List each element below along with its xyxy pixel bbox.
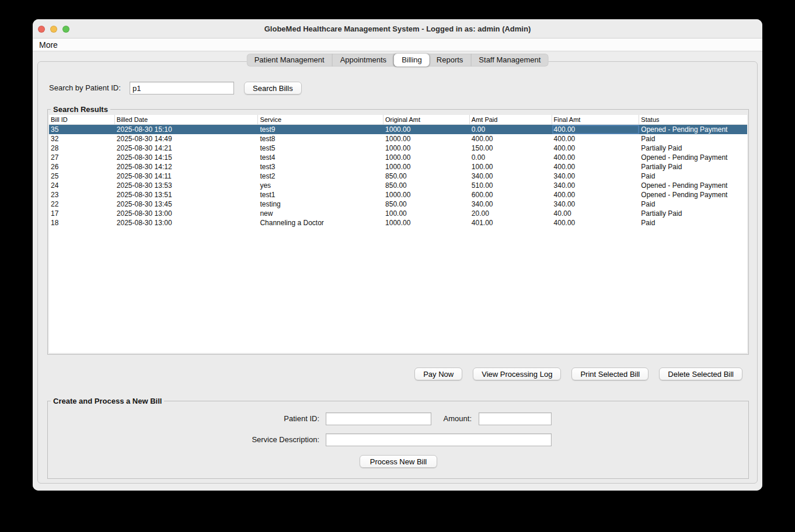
tab-patient-management[interactable]: Patient Management — [247, 54, 333, 66]
table-cell[interactable]: 850.00 — [383, 172, 470, 181]
table-cell[interactable]: 400.00 — [552, 134, 640, 144]
table-cell[interactable]: 32 — [49, 134, 115, 144]
table-cell[interactable]: 2025-08-30 13:51 — [115, 190, 259, 200]
table-cell[interactable]: 340.00 — [552, 172, 640, 181]
table-cell[interactable]: testing — [258, 200, 383, 209]
table-cell[interactable]: test4 — [258, 153, 383, 162]
table-cell[interactable]: test8 — [258, 134, 383, 144]
bills-table[interactable]: Bill IDBilled DateServiceOriginal AmtAmt… — [49, 115, 747, 353]
table-cell[interactable]: 100.00 — [470, 162, 552, 172]
table-cell[interactable]: Opened - Pending Payment — [639, 153, 747, 162]
table-cell[interactable]: test3 — [258, 162, 383, 172]
table-cell[interactable]: 600.00 — [470, 190, 552, 200]
table-row[interactable]: 222025-08-30 13:45testing850.00340.00340… — [49, 200, 747, 209]
table-cell[interactable]: 2025-08-30 13:45 — [115, 200, 259, 209]
table-row[interactable]: 232025-08-30 13:51test11000.00600.00400.… — [49, 190, 747, 200]
table-cell[interactable]: 1000.00 — [383, 190, 470, 200]
table-cell[interactable]: 400.00 — [552, 190, 640, 200]
table-cell[interactable]: 400.00 — [552, 153, 640, 162]
table-cell[interactable]: Partially Paid — [639, 209, 747, 218]
table-cell[interactable]: 340.00 — [470, 200, 552, 209]
table-cell[interactable]: 400.00 — [552, 218, 640, 228]
table-cell[interactable]: 2025-08-30 14:49 — [115, 134, 259, 144]
table-cell[interactable]: 510.00 — [470, 181, 552, 190]
table-row[interactable]: 322025-08-30 14:49test81000.00400.00400.… — [49, 134, 747, 144]
table-cell[interactable]: 24 — [49, 181, 115, 190]
table-row[interactable]: 282025-08-30 14:21test51000.00150.00400.… — [49, 144, 747, 153]
column-header-billed-date[interactable]: Billed Date — [115, 115, 259, 124]
table-cell[interactable]: 2025-08-30 14:21 — [115, 144, 259, 153]
search-bills-button[interactable]: Search Bills — [244, 82, 302, 94]
table-cell[interactable]: 23 — [49, 190, 115, 200]
table-cell[interactable]: 340.00 — [552, 181, 640, 190]
table-cell[interactable]: 1000.00 — [383, 144, 470, 153]
table-cell[interactable]: 25 — [49, 172, 115, 181]
table-row[interactable]: 352025-08-30 15:10test91000.000.00400.00… — [49, 125, 747, 134]
menu-item-more[interactable]: More — [33, 40, 58, 50]
table-cell[interactable]: 400.00 — [470, 134, 552, 144]
table-cell[interactable]: 2025-08-30 14:12 — [115, 162, 259, 172]
table-cell[interactable]: 1000.00 — [383, 218, 470, 228]
process-new-bill-button[interactable]: Process New Bill — [360, 455, 437, 468]
table-cell[interactable]: 26 — [49, 162, 115, 172]
table-cell[interactable]: 2025-08-30 13:00 — [115, 209, 259, 218]
table-cell[interactable]: 850.00 — [383, 181, 470, 190]
view-processing-log-button[interactable]: View Processing Log — [473, 368, 561, 380]
table-cell[interactable]: 2025-08-30 14:15 — [115, 153, 259, 162]
table-cell[interactable]: 1000.00 — [383, 153, 470, 162]
table-cell[interactable]: 0.00 — [470, 153, 552, 162]
table-cell[interactable]: 2025-08-30 13:00 — [115, 218, 259, 228]
search-patient-id-input[interactable] — [130, 82, 234, 94]
delete-selected-bill-button[interactable]: Delete Selected Bill — [659, 368, 742, 380]
table-cell[interactable]: Paid — [639, 134, 747, 144]
table-row[interactable]: 172025-08-30 13:00new100.0020.0040.00Par… — [49, 209, 747, 218]
zoom-button[interactable] — [62, 26, 69, 33]
table-cell[interactable]: Channeling a Doctor — [258, 218, 383, 228]
table-cell[interactable]: 850.00 — [383, 200, 470, 209]
table-row[interactable]: 272025-08-30 14:15test41000.000.00400.00… — [49, 153, 747, 162]
table-cell[interactable]: 17 — [49, 209, 115, 218]
table-cell[interactable]: 401.00 — [470, 218, 552, 228]
table-cell[interactable]: 150.00 — [470, 144, 552, 153]
table-cell[interactable]: 400.00 — [552, 144, 640, 153]
column-header-status[interactable]: Status — [639, 115, 747, 124]
print-selected-bill-button[interactable]: Print Selected Bill — [571, 368, 648, 380]
column-header-amt-paid[interactable]: Amt Paid — [470, 115, 552, 124]
amount-input[interactable] — [479, 412, 552, 425]
table-cell[interactable]: test9 — [258, 125, 383, 134]
column-header-final-amt[interactable]: Final Amt — [552, 115, 640, 124]
tab-staff-management[interactable]: Staff Management — [471, 54, 548, 66]
service-description-input[interactable] — [326, 433, 552, 446]
table-cell[interactable]: new — [258, 209, 383, 218]
table-cell[interactable]: 40.00 — [552, 209, 640, 218]
table-row[interactable]: 252025-08-30 14:11test2850.00340.00340.0… — [49, 172, 747, 181]
table-cell[interactable]: 22 — [49, 200, 115, 209]
table-cell[interactable]: 18 — [49, 218, 115, 228]
table-cell[interactable]: 340.00 — [470, 172, 552, 181]
table-cell[interactable]: 1000.00 — [383, 162, 470, 172]
table-cell[interactable]: Opened - Pending Payment — [639, 190, 747, 200]
pay-now-button[interactable]: Pay Now — [414, 368, 462, 380]
table-cell[interactable]: 100.00 — [383, 209, 470, 218]
table-cell[interactable]: Partially Paid — [639, 144, 747, 153]
table-cell[interactable]: 400.00 — [552, 162, 640, 172]
minimize-button[interactable] — [50, 26, 57, 33]
table-cell[interactable]: Opened - Pending Payment — [639, 181, 747, 190]
table-cell[interactable]: Paid — [639, 172, 747, 181]
table-cell[interactable]: 1000.00 — [383, 125, 470, 134]
table-cell[interactable]: yes — [258, 181, 383, 190]
column-header-original-amt[interactable]: Original Amt — [383, 115, 470, 124]
table-cell[interactable]: 28 — [49, 144, 115, 153]
table-row[interactable]: 262025-08-30 14:12test31000.00100.00400.… — [49, 162, 747, 172]
table-cell[interactable]: 2025-08-30 14:11 — [115, 172, 259, 181]
table-cell[interactable]: Opened - Pending Payment — [639, 125, 747, 134]
table-row[interactable]: 182025-08-30 13:00Channeling a Doctor100… — [49, 218, 747, 228]
table-cell[interactable]: Paid — [639, 218, 747, 228]
table-cell[interactable]: 2025-08-30 13:53 — [115, 181, 259, 190]
table-cell[interactable]: 340.00 — [552, 200, 640, 209]
table-cell[interactable]: test2 — [258, 172, 383, 181]
table-cell[interactable]: 0.00 — [470, 125, 552, 134]
patient-id-input[interactable] — [326, 412, 431, 425]
column-header-service[interactable]: Service — [258, 115, 383, 124]
table-cell[interactable]: test5 — [258, 144, 383, 153]
